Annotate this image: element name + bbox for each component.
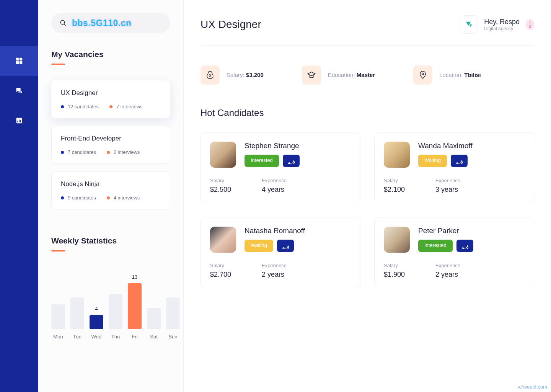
chat-button[interactable]: [456, 240, 473, 252]
avatar: [210, 227, 236, 253]
underline: [51, 250, 65, 252]
candidates-grid: Stephen Strange Interested Salary$2.500 …: [201, 132, 534, 288]
underline: [51, 64, 65, 65]
main-header: UX Designer Hey, Respo Digital Agency 1 …: [201, 15, 534, 46]
status-badge: Interested: [418, 240, 453, 252]
vacancy-title: UX Designer: [61, 89, 161, 97]
vacancy-card[interactable]: Front-End Developer 7 candidates 2 inter…: [51, 126, 170, 164]
svg-rect-1: [20, 58, 22, 60]
chart-bar[interactable]: Sun: [166, 288, 180, 340]
svg-point-8: [60, 20, 65, 24]
interviews-count: 2 interviews: [107, 149, 140, 155]
bar-day: Tue: [73, 334, 82, 340]
svg-text:$: $: [209, 74, 211, 78]
experience-label: Experience: [435, 263, 460, 268]
status-badge: Waiting: [418, 155, 447, 167]
experience-value: 3 years: [435, 186, 460, 194]
chart-bar[interactable]: Sat: [147, 299, 161, 340]
user-greeting: Hey, Respo: [484, 18, 520, 26]
info-salary: $ Salary: $3.200: [201, 65, 264, 85]
salary-value: $2.100: [384, 186, 405, 194]
vacancies-title: My Vacancies: [51, 50, 170, 59]
svg-rect-7: [20, 120, 21, 122]
money-icon: $: [201, 65, 220, 85]
vacancy-title: Front-End Developer: [61, 135, 161, 142]
candidate-name: Natasha Romanoff: [245, 227, 305, 235]
bar-day: Sat: [150, 334, 158, 340]
chat-button[interactable]: [451, 155, 468, 167]
experience-value: 4 years: [262, 186, 287, 194]
experience-label: Experience: [262, 263, 287, 268]
vacancy-card[interactable]: Node.js Ninja 9 candidates 4 interviews: [51, 172, 170, 209]
footer-watermark: v.freeuid.com: [518, 384, 547, 390]
experience-label: Experience: [262, 178, 287, 183]
chart-icon: [15, 116, 23, 125]
interviews-count: 4 interviews: [107, 195, 140, 201]
interviews-count: 7 interviews: [109, 104, 143, 109]
svg-rect-0: [16, 58, 19, 60]
candidates-count: 9 candidates: [61, 195, 96, 201]
candidate-card[interactable]: Peter Parker Interested Salary$1.900 Exp…: [374, 217, 534, 288]
salary-label: Salary: [210, 263, 231, 268]
chat-button[interactable]: [277, 240, 294, 252]
candidate-card[interactable]: Natasha Romanoff Waiting Salary$2.700 Ex…: [201, 217, 360, 288]
candidate-card[interactable]: Stephen Strange Interested Salary$2.500 …: [201, 132, 360, 203]
salary-label: Salary:: [227, 72, 246, 78]
chart-bar[interactable]: 13 Fri: [128, 274, 142, 340]
bar-day: Wed: [91, 334, 102, 340]
location-label: Location:: [439, 72, 464, 78]
bar-day: Mon: [53, 334, 63, 340]
candidates-count: 7 candidates: [61, 149, 96, 155]
page-title: UX Designer: [201, 18, 261, 31]
experience-value: 2 years: [435, 271, 460, 279]
status-badge: Waiting: [245, 240, 273, 252]
avatar: [384, 227, 410, 253]
nav-dashboard[interactable]: [0, 46, 38, 76]
message-icon: [456, 157, 463, 164]
bar-day: Sun: [168, 334, 177, 340]
education-value: Master: [357, 72, 375, 78]
user-role: Digital Agency: [484, 26, 520, 31]
education-icon: [302, 65, 321, 85]
info-education: Education: Master: [302, 65, 375, 85]
chart-bar[interactable]: Mon: [51, 295, 65, 340]
salary-value: $2.700: [210, 271, 231, 279]
bar-value: 4: [95, 306, 98, 313]
side-panel: bbs.5G110.cn My Vacancies UX Designer 12…: [38, 0, 184, 392]
nav-messages[interactable]: [0, 76, 38, 106]
svg-line-9: [64, 24, 66, 26]
chat-button[interactable]: [283, 155, 300, 167]
salary-value: $1.900: [384, 271, 405, 279]
vacancy-title: Node.js Ninja: [61, 180, 161, 188]
vacancy-card[interactable]: UX Designer 12 candidates 7 interviews: [51, 80, 170, 118]
candidates-count: 12 candidates: [61, 104, 99, 109]
chart-bar[interactable]: 4 Wed: [90, 306, 103, 340]
chart-bar[interactable]: Thu: [109, 285, 122, 340]
chat-icon: [15, 87, 23, 95]
salary-label: Salary: [384, 178, 405, 183]
main-content: UX Designer Hey, Respo Digital Agency 1 …: [184, 0, 551, 392]
stats-title: Weekly Statistics: [51, 236, 170, 245]
candidate-name: Peter Parker: [418, 227, 473, 235]
message-icon: [288, 157, 295, 164]
svg-rect-3: [20, 61, 22, 64]
salary-value: $2.500: [210, 186, 231, 194]
location-value: Tbilisi: [464, 72, 481, 78]
experience-label: Experience: [435, 178, 460, 183]
salary-value: $3.200: [246, 72, 264, 78]
search-input[interactable]: bbs.5G110.cn: [51, 13, 170, 33]
education-label: Education:: [328, 72, 357, 78]
notification-badge[interactable]: 1 2: [526, 19, 534, 30]
bar-day: Thu: [111, 334, 120, 340]
bar-day: Fri: [132, 334, 137, 340]
vacancies-list: UX Designer 12 candidates 7 interviews F…: [51, 80, 170, 209]
candidate-name: Stephen Strange: [245, 142, 300, 150]
chart-bar[interactable]: Tue: [70, 288, 84, 340]
info-row: $ Salary: $3.200 Education: Master Locat…: [201, 50, 534, 108]
candidate-card[interactable]: Wanda Maximoff Waiting Salary$2.100 Expe…: [374, 132, 534, 203]
search-watermark: bbs.5G110.cn: [72, 18, 132, 28]
nav-analytics[interactable]: [0, 106, 38, 136]
location-icon: [413, 65, 432, 85]
nav-rail: [0, 0, 38, 392]
user-block[interactable]: Hey, Respo Digital Agency 1 2: [460, 15, 534, 34]
